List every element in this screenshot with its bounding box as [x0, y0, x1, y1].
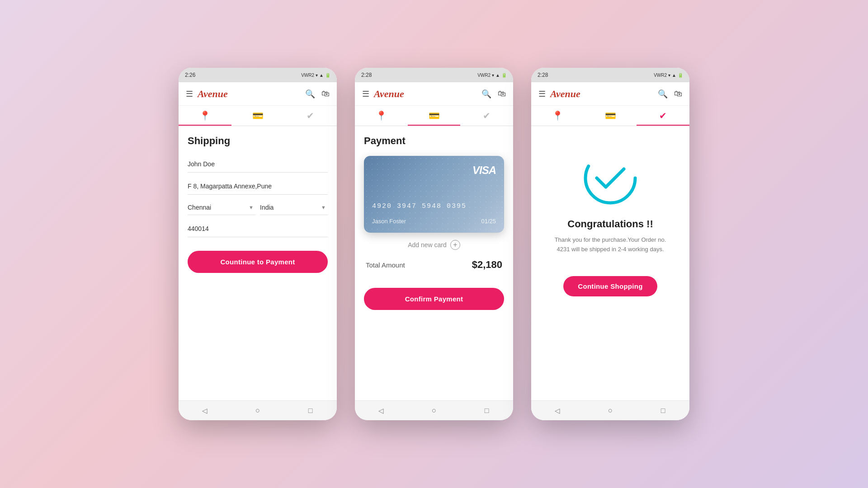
card-expiry: 01/25 [481, 218, 496, 225]
app-logo-2: Avenue [374, 88, 404, 100]
payment-title: Payment [364, 135, 504, 147]
payment-step-icon-3: 💳 [605, 110, 616, 121]
app-bar-right-1: 🔍 🛍 [305, 89, 330, 99]
app-bar-left-1: ☰ Avenue [186, 88, 228, 100]
app-bar-1: ☰ Avenue 🔍 🛍 [179, 82, 337, 106]
step-confirm-2[interactable]: ✔ [460, 106, 513, 126]
continue-to-payment-button[interactable]: Countinue to Payment [188, 251, 328, 273]
location-step-icon-3: 📍 [552, 110, 563, 121]
app-bar-right-3: 🔍 🛍 [658, 89, 682, 99]
signal-icon-2: ▲ [495, 73, 500, 78]
step-confirm-3[interactable]: ✔ [637, 106, 689, 126]
battery-icon-2: 🔋 [501, 73, 507, 78]
back-button-3[interactable] [550, 404, 565, 418]
shipping-content: Shipping Chennai Mumbai Delhi Bangalore … [179, 126, 337, 400]
network-label-2: VWR2 [477, 73, 491, 78]
search-icon-1[interactable]: 🔍 [305, 89, 315, 99]
cart-icon-1[interactable]: 🛍 [321, 89, 330, 99]
app-bar-left-3: ☰ Avenue [538, 88, 580, 100]
step-location-3[interactable]: 📍 [531, 106, 584, 126]
total-label: Total Amount [366, 261, 405, 269]
city-select[interactable]: Chennai Mumbai Delhi Bangalore [188, 204, 255, 211]
add-card-row[interactable]: Add new card + [364, 240, 504, 250]
confirm-step-icon-1: ✔ [307, 110, 314, 121]
payment-step-icon-1: 💳 [252, 110, 264, 121]
menu-icon-1[interactable]: ☰ [186, 89, 193, 99]
bottom-nav-2 [355, 400, 513, 420]
card-number: 4920 3947 5948 0395 [372, 202, 467, 210]
status-bar-3: 2:28 VWR2 ▾ ▲ 🔋 [531, 68, 689, 82]
network-label-1: VWR2 [301, 73, 314, 78]
shipping-title: Shipping [188, 135, 328, 147]
total-amount-value: $2,180 [472, 259, 502, 271]
continue-shopping-wrap: Continue Shopping [540, 268, 680, 296]
search-icon-2[interactable]: 🔍 [481, 89, 491, 99]
step-location-1[interactable]: 📍 [179, 106, 231, 126]
status-icons-2: VWR2 ▾ ▲ 🔋 [477, 73, 507, 78]
signal-icon-1: ▲ [319, 73, 324, 78]
phone-screen-shipping: 2:26 VWR2 ▾ ▲ 🔋 ☰ Avenue 🔍 🛍 📍 💳 ✔ [179, 68, 337, 420]
app-bar-right-2: 🔍 🛍 [481, 89, 506, 99]
step-payment-1[interactable]: 💳 [231, 106, 284, 126]
home-button-3[interactable] [603, 404, 618, 418]
battery-icon-1: 🔋 [325, 73, 330, 78]
battery-icon-3: 🔋 [678, 73, 683, 78]
back-button-2[interactable] [374, 404, 388, 418]
phone-screen-payment: 2:28 VWR2 ▾ ▲ 🔋 ☰ Avenue 🔍 🛍 📍 💳 ✔ [355, 68, 513, 420]
cart-icon-3[interactable]: 🛍 [674, 89, 682, 99]
confirm-payment-button[interactable]: Confirm Payment [364, 288, 504, 310]
location-step-icon-1: 📍 [199, 110, 211, 121]
success-checkmark-icon [581, 149, 640, 207]
congrats-title: Congratulations !! [540, 218, 680, 230]
app-bar-left-2: ☰ Avenue [362, 88, 404, 100]
cart-icon-2[interactable]: 🛍 [498, 89, 506, 99]
svg-point-0 [585, 153, 635, 203]
payment-content: Payment VISA 4920 3947 5948 0395 Jason F… [355, 126, 513, 400]
pincode-input[interactable] [188, 221, 328, 237]
back-button-1[interactable] [198, 404, 212, 418]
app-bar-2: ☰ Avenue 🔍 🛍 [355, 82, 513, 106]
total-amount-row: Total Amount $2,180 [364, 259, 504, 271]
add-card-circle-icon: + [450, 240, 460, 250]
home-button-2[interactable] [427, 404, 441, 418]
search-icon-3[interactable]: 🔍 [658, 89, 668, 99]
bottom-nav-1 [179, 400, 337, 420]
address-input[interactable] [188, 178, 328, 195]
signal-icon-3: ▲ [672, 73, 676, 78]
menu-icon-2[interactable]: ☰ [362, 89, 369, 99]
country-select-wrap: India USA UK Australia ▼ [260, 200, 328, 215]
country-select[interactable]: India USA UK Australia [260, 204, 328, 211]
status-time-1: 2:26 [185, 72, 195, 78]
step-payment-3[interactable]: 💳 [584, 106, 637, 126]
step-location-2[interactable]: 📍 [355, 106, 408, 126]
steps-bar-3: 📍 💳 ✔ [531, 106, 689, 126]
step-payment-2[interactable]: 💳 [408, 106, 461, 126]
status-icons-1: VWR2 ▾ ▲ 🔋 [301, 73, 330, 78]
network-label-3: VWR2 [654, 73, 667, 78]
steps-bar-1: 📍 💳 ✔ [179, 106, 337, 126]
steps-bar-2: 📍 💳 ✔ [355, 106, 513, 126]
confirm-step-icon-3: ✔ [659, 110, 667, 121]
recents-button-3[interactable] [656, 404, 670, 418]
name-input[interactable] [188, 156, 328, 173]
recents-button-1[interactable] [303, 404, 318, 418]
continue-shopping-button[interactable]: Continue Shopping [563, 276, 657, 296]
recents-button-2[interactable] [480, 404, 494, 418]
location-step-icon-2: 📍 [376, 110, 387, 121]
phone-screen-success: 2:28 VWR2 ▾ ▲ 🔋 ☰ Avenue 🔍 🛍 📍 💳 ✔ [531, 68, 689, 420]
card-holder-name: Jason Foster [372, 218, 406, 225]
status-time-3: 2:28 [538, 72, 548, 78]
add-card-label: Add new card [408, 241, 447, 249]
congrats-message: Thank you for the purchase.Your Order no… [540, 235, 680, 254]
success-icon-wrap [540, 149, 680, 207]
wifi-icon-1: ▾ [316, 73, 318, 78]
status-icons-3: VWR2 ▾ ▲ 🔋 [654, 73, 683, 78]
step-confirm-1[interactable]: ✔ [284, 106, 337, 126]
wifi-icon-3: ▾ [668, 73, 670, 78]
home-button-1[interactable] [250, 404, 265, 418]
menu-icon-3[interactable]: ☰ [538, 89, 546, 99]
confirm-step-icon-2: ✔ [483, 110, 491, 121]
wifi-icon-2: ▾ [492, 73, 494, 78]
select-row: Chennai Mumbai Delhi Bangalore ▼ India U… [188, 200, 328, 215]
card-brand: VISA [472, 164, 496, 177]
